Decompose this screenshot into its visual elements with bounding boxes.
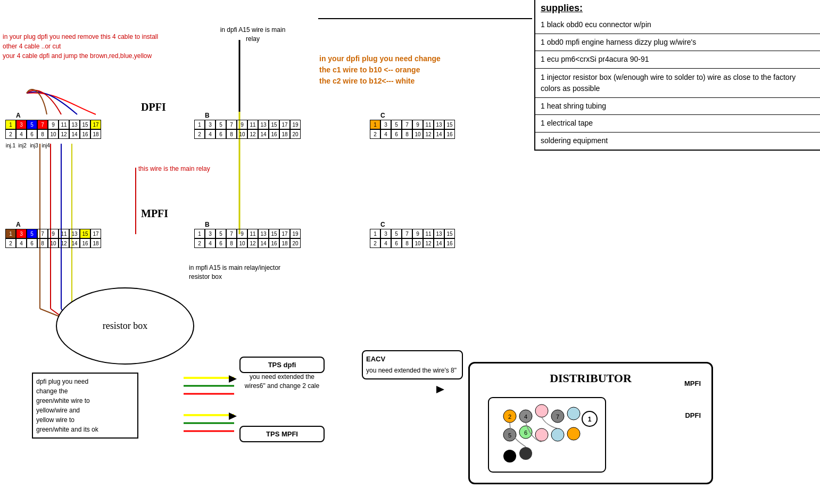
mpfi-title: MPFI: [141, 208, 168, 220]
supplies-item-6: soldering equipment: [535, 133, 820, 150]
pin-a14-dpfi: 14: [69, 129, 80, 139]
pin-b16-mpfi: 16: [269, 238, 279, 248]
pin-b18-mpfi: 18: [279, 238, 290, 248]
pin-a5-mpfi: 5: [27, 229, 37, 238]
svg-text:6: 6: [524, 429, 527, 436]
pin-a5-dpfi: 5: [27, 120, 37, 129]
resistor-box-oval: resistor box: [56, 287, 194, 365]
pin-a13-dpfi: 13: [69, 120, 80, 129]
pin-b10-dpfi: 10: [237, 129, 247, 139]
pin-b7-mpfi: 7: [226, 229, 237, 238]
pin-c13-dpfi: 13: [434, 120, 444, 129]
pin-c14-dpfi: 14: [434, 129, 444, 139]
connector-b-dpfi: B 1 3 5 7 9 11 13 15 17 19 2 4 6 8 10 12…: [194, 112, 301, 139]
distributor-plug: 2 4 7 5 6 1: [483, 392, 611, 477]
pin-a7-dpfi: 7: [37, 120, 48, 129]
conn-b-mpfi-label: B: [205, 221, 301, 228]
resistor-box-label: resistor box: [103, 320, 148, 332]
pin-c16-mpfi: 16: [444, 238, 455, 248]
pin-c4-dpfi: 4: [380, 129, 391, 139]
pin-c15-dpfi: 15: [444, 120, 455, 129]
pin-c5-mpfi: 5: [391, 229, 402, 238]
conn-a-dpfi-label: A: [16, 112, 101, 119]
pin-a12-mpfi: 12: [59, 238, 69, 248]
supplies-item-3: 1 injector resistor box (w/enough wire t…: [535, 69, 820, 98]
pin-b1-mpfi: 1: [194, 229, 205, 238]
pin-c2-mpfi: 2: [370, 238, 380, 248]
pin-b15-mpfi: 15: [269, 229, 279, 238]
pin-a7-mpfi: 7: [37, 229, 48, 238]
pin-a8-dpfi: 8: [37, 129, 48, 139]
pin-c9-dpfi: 9: [412, 120, 423, 129]
svg-text:4: 4: [524, 414, 527, 420]
svg-marker-19: [436, 386, 444, 393]
tps-mpfi-label: TPS MPFI: [247, 430, 317, 438]
pin-b17-mpfi: 17: [279, 229, 290, 238]
pin-a16-dpfi: 16: [80, 129, 90, 139]
connector-a-mpfi: A 1 3 5 7 9 11 13 15 17 2 4 6 8 10 12 14…: [5, 221, 101, 248]
pin-b3-mpfi: 3: [205, 229, 216, 238]
pin-b11-dpfi: 11: [247, 120, 258, 129]
pin-b5-mpfi: 5: [216, 229, 226, 238]
pin-b13-dpfi: 13: [258, 120, 269, 129]
supplies-item-4: 1 heat shring tubing: [535, 98, 820, 115]
pin-b3-dpfi: 3: [205, 120, 216, 129]
tps-dpfi-label: TPS dpfi: [247, 361, 317, 369]
pin-a4-dpfi: 4: [16, 129, 27, 139]
eacv-box: EACV you need extended the wire's 8": [362, 350, 463, 379]
eacv-note: you need extended the wire's 8": [366, 366, 459, 375]
pin-b12-mpfi: 12: [247, 238, 258, 248]
pin-b10-mpfi: 10: [237, 238, 247, 248]
annotation-center-orange: in your dpfi plug you need change the c1…: [319, 53, 500, 87]
pin-a2-dpfi: 2: [5, 129, 16, 139]
pin-a15-mpfi: 15: [80, 229, 90, 238]
pin-a10-mpfi: 10: [48, 238, 59, 248]
pin-a4-mpfi: 4: [16, 238, 27, 248]
pin-b6-dpfi: 6: [216, 129, 226, 139]
pin-a11-mpfi: 11: [59, 229, 69, 238]
annotation-top-left-red: in your plug dpfi you need remove this 4…: [3, 32, 200, 61]
pin-b14-dpfi: 14: [258, 129, 269, 139]
svg-text:5: 5: [508, 432, 511, 439]
pin-b9-dpfi: 9: [237, 120, 247, 129]
svg-text:7: 7: [556, 414, 559, 420]
tps-dpfi-note: you need extended the wires6" and change…: [239, 373, 325, 391]
pin-a15-dpfi: 15: [80, 120, 90, 129]
svg-marker-18: [229, 412, 237, 420]
dpfi-plug-note-text: dpfi plug you need change the green/whit…: [36, 377, 134, 434]
inj4-label: inj4: [40, 143, 51, 148]
pin-b19-mpfi: 19: [290, 229, 301, 238]
pin-c13-mpfi: 13: [434, 229, 444, 238]
pin-c8-mpfi: 8: [402, 238, 412, 248]
dist-mpfi-label: MPFI: [684, 379, 701, 387]
pin-c10-mpfi: 10: [412, 238, 423, 248]
pin-a3-mpfi: 3: [16, 229, 27, 238]
pin-c5-dpfi: 5: [391, 120, 402, 129]
pin-c8-dpfi: 8: [402, 129, 412, 139]
connector-b-mpfi: B 1 3 5 7 9 11 13 15 17 19 2 4 6 8 10 12…: [194, 221, 301, 248]
dpfi-plug-note-box: dpfi plug you need change the green/whit…: [32, 373, 138, 439]
pin-a8-mpfi: 8: [37, 238, 48, 248]
diagram-container: in your plug dpfi you need remove this 4…: [0, 0, 820, 504]
annotation-top-center: in dpfi A15 wire is main relay: [200, 26, 306, 44]
pin-a17-dpfi: 17: [90, 120, 101, 129]
distributor-plug-svg: 2 4 7 5 6 1: [483, 392, 611, 477]
supplies-box: supplies: 1 black obd0 ecu connector w/p…: [534, 0, 820, 151]
svg-point-41: [551, 428, 564, 441]
pin-c6-mpfi: 6: [391, 238, 402, 248]
pin-c16-dpfi: 16: [444, 129, 455, 139]
pin-a1-mpfi: 1: [5, 229, 16, 238]
eacv-title: EACV: [366, 354, 459, 364]
pin-b12-dpfi: 12: [247, 129, 258, 139]
svg-text:1: 1: [588, 416, 592, 423]
pin-b6-mpfi: 6: [216, 238, 226, 248]
pin-c7-mpfi: 7: [402, 229, 412, 238]
pin-b16-dpfi: 16: [269, 129, 279, 139]
pin-a14-mpfi: 14: [69, 238, 80, 248]
supplies-item-2: 1 ecu pm6<crxSi pr4acura 90-91: [535, 51, 820, 69]
pin-b17-dpfi: 17: [279, 120, 290, 129]
pin-c1-mpfi: 1: [370, 229, 380, 238]
pin-b20-mpfi: 20: [290, 238, 301, 248]
distributor-box: DISTRIBUTOR 2 4 7 5 6: [468, 362, 713, 484]
conn-a-mpfi-label: A: [16, 221, 101, 228]
